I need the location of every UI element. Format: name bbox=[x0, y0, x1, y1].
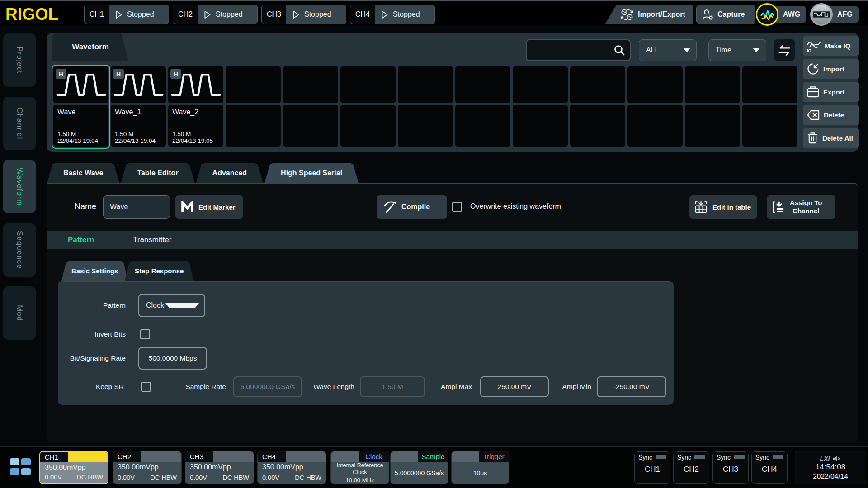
trigger-status-card[interactable]: Trigger 10us bbox=[451, 451, 509, 484]
channel-tab-strip bbox=[213, 451, 254, 462]
import-export-button[interactable]: Import/Export bbox=[605, 5, 693, 24]
sidebar-item-project[interactable]: Project bbox=[3, 33, 36, 87]
clock-source: Internal Reference Clock bbox=[331, 462, 389, 476]
tab-advanced[interactable]: Advanced bbox=[196, 163, 263, 183]
overwrite-checkbox[interactable] bbox=[452, 202, 462, 212]
delete-all-button[interactable]: Delete All bbox=[803, 128, 859, 148]
clock-frequency: 10.00 MHz bbox=[346, 477, 374, 483]
awg-mode-button[interactable]: AWG bbox=[756, 3, 813, 26]
statusbar-channel-ch2[interactable]: CH2 350.00mVpp 0.00VDC HBW bbox=[113, 451, 182, 484]
waveform-slot-empty bbox=[455, 66, 510, 147]
sync-card-ch3[interactable]: Sync CH3 bbox=[712, 451, 749, 484]
statusbar-channel-ch1[interactable]: CH1 350.00mVpp 0.00VDC HBW bbox=[39, 451, 108, 484]
ampl-min-field[interactable]: -250.00 mV bbox=[597, 376, 666, 397]
waveform-slot-empty bbox=[513, 66, 568, 147]
sync-tab-strip bbox=[773, 455, 783, 459]
lxi-logo: LXI bbox=[820, 455, 830, 462]
tab-pattern[interactable]: Pattern bbox=[68, 231, 94, 249]
waveform-card-wave[interactable]: H Wave 1.50 M 22/04/13 19:04 bbox=[53, 66, 108, 147]
browser-tab-waveform[interactable]: Waveform bbox=[52, 33, 128, 61]
sidebar-item-channel[interactable]: Channel bbox=[3, 97, 36, 150]
waveform-slot-empty bbox=[685, 66, 740, 147]
editor-panel: Name Edit Marker Compile Overwrite exist… bbox=[47, 183, 858, 442]
edit-in-table-button[interactable]: Edit in table bbox=[689, 195, 757, 219]
tab-basic-settings[interactable]: Basic Settings bbox=[61, 261, 128, 281]
assign-down-icon bbox=[771, 201, 785, 214]
topbar-channel-ch2[interactable]: CH2 Stopped bbox=[173, 5, 258, 24]
edit-marker-label: Edit Marker bbox=[198, 203, 236, 211]
sync-tab-strip bbox=[694, 455, 705, 459]
capture-button[interactable]: Capture bbox=[696, 5, 755, 24]
sample-status-card[interactable]: Sample 5.0000000 GSa/s bbox=[390, 451, 448, 484]
header-badge: H bbox=[170, 69, 181, 79]
afg-mode-button[interactable]: AFG bbox=[810, 3, 867, 26]
invert-bits-checkbox[interactable] bbox=[140, 329, 150, 339]
waveform-card-wave-2[interactable]: H Wave_2 1.50 M 22/04/13 19:05 bbox=[168, 66, 223, 147]
waveform-name-input[interactable] bbox=[103, 195, 170, 219]
chevron-down-icon bbox=[683, 48, 690, 52]
awg-icon bbox=[756, 3, 778, 26]
topbar-channel-ch3[interactable]: CH3 Stopped bbox=[261, 5, 346, 24]
topbar-channel-ch4[interactable]: CH4 Stopped bbox=[350, 5, 435, 24]
delete-button[interactable]: Delete bbox=[803, 105, 859, 125]
waveform-thumbnail: H bbox=[53, 66, 108, 103]
channel-offset: 0.00V bbox=[118, 474, 135, 481]
tab-basic-wave[interactable]: Basic Wave bbox=[47, 163, 119, 183]
browser-actions: Make IQ Import Export Delete Delete All bbox=[803, 36, 859, 148]
statusbar-channel-ch4[interactable]: CH4 350.00mVpp 0.00VDC HBW bbox=[257, 451, 326, 484]
search-box bbox=[526, 39, 631, 61]
pattern-dropdown[interactable]: Clock bbox=[138, 294, 205, 317]
trigger-value: 10us bbox=[473, 469, 487, 477]
tab-high-speed-serial[interactable]: High Speed Serial bbox=[264, 163, 359, 183]
compile-button[interactable]: Compile bbox=[377, 195, 447, 219]
tab-step-response[interactable]: Step Response bbox=[125, 261, 193, 281]
chevron-down-icon bbox=[753, 48, 760, 52]
sample-tab: Sample bbox=[418, 451, 448, 462]
topbar-channel-ch1[interactable]: CH1 Stopped bbox=[84, 5, 169, 24]
bit-rate-field[interactable]: 500.0000 Mbps bbox=[138, 347, 207, 370]
sync-channel: CH3 bbox=[717, 465, 745, 474]
search-input[interactable] bbox=[527, 46, 613, 54]
sync-card-ch4[interactable]: Sync CH4 bbox=[751, 451, 788, 484]
waveform-card-wave-1[interactable]: H Wave_1 1.50 M 22/04/13 19:04 bbox=[111, 66, 166, 147]
import-label: Import bbox=[823, 65, 844, 73]
channel-tab: CH2 bbox=[113, 451, 141, 462]
ampl-max-field[interactable]: 250.00 mV bbox=[480, 376, 549, 397]
trash-icon bbox=[807, 131, 819, 145]
sidebar: Project Channel Waveform Sequence Mod bbox=[0, 26, 39, 446]
channel-tab-strip bbox=[141, 451, 181, 462]
home-menu-button[interactable] bbox=[10, 455, 32, 479]
sidebar-item-mod[interactable]: Mod bbox=[3, 286, 36, 340]
make-iq-button[interactable]: Make IQ bbox=[803, 36, 859, 56]
keep-sr-checkbox[interactable] bbox=[141, 382, 151, 392]
import-export-label: Import/Export bbox=[638, 10, 685, 19]
waveform-size: 1.50 M bbox=[172, 131, 219, 137]
sort-filter-dropdown[interactable]: Time bbox=[708, 39, 766, 61]
import-button[interactable]: Import bbox=[803, 59, 859, 79]
delete-all-label: Delete All bbox=[822, 134, 853, 142]
tab-transmitter[interactable]: Transmitter bbox=[133, 231, 171, 249]
search-icon[interactable] bbox=[613, 44, 625, 56]
export-button[interactable]: Export bbox=[803, 82, 859, 102]
channel-tab: CH4 bbox=[258, 451, 286, 462]
assign-label-line1: Assign To bbox=[790, 199, 822, 207]
edit-marker-button[interactable]: Edit Marker bbox=[175, 195, 243, 219]
sort-order-button[interactable] bbox=[774, 39, 795, 61]
assign-to-channel-button[interactable]: Assign To Channel bbox=[767, 195, 835, 219]
system-time: 14:54:08 bbox=[816, 463, 845, 472]
waveform-date: 22/04/13 19:04 bbox=[57, 137, 104, 144]
type-filter-dropdown[interactable]: ALL bbox=[639, 39, 697, 61]
waveform-thumbnail: H bbox=[111, 66, 166, 103]
play-icon bbox=[203, 10, 211, 19]
channel-mode: DC HBW bbox=[295, 474, 321, 481]
clock-status-card[interactable]: Clock Internal Reference Clock 10.00 MHz bbox=[330, 451, 389, 484]
sidebar-item-waveform[interactable]: Waveform bbox=[3, 160, 36, 213]
compile-label: Compile bbox=[401, 203, 430, 211]
statusbar-channel-ch3[interactable]: CH3 350.00mVpp 0.00VDC HBW bbox=[185, 451, 254, 484]
sync-card-ch1[interactable]: Sync CH1 bbox=[634, 451, 670, 484]
waveform-slot-empty bbox=[283, 66, 338, 147]
tab-table-editor[interactable]: Table Editor bbox=[121, 163, 194, 183]
sync-card-ch2[interactable]: Sync CH2 bbox=[673, 451, 709, 484]
bit-rate-label: Bit/Signaling Rate bbox=[58, 347, 126, 370]
sidebar-item-sequence[interactable]: Sequence bbox=[3, 223, 36, 277]
